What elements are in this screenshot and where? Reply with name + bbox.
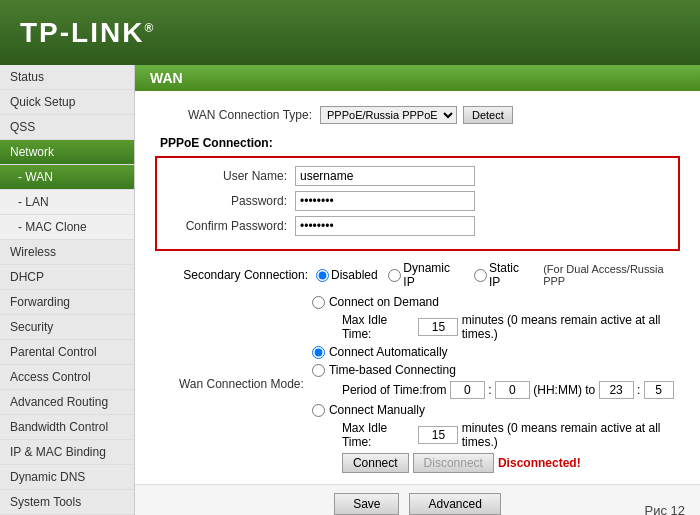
sidebar-item-parentalcontrol[interactable]: Parental Control bbox=[0, 340, 134, 365]
save-button[interactable]: Save bbox=[334, 493, 399, 515]
sidebar-item-wan[interactable]: - WAN bbox=[0, 165, 134, 190]
username-label: User Name: bbox=[165, 169, 295, 183]
max-idle-2-row: Max Idle Time: minutes (0 means remain a… bbox=[342, 421, 685, 449]
max-idle-2-note: minutes (0 means remain active at all ti… bbox=[462, 421, 685, 449]
sidebar-item-ipmacbinding[interactable]: IP & MAC Binding bbox=[0, 440, 134, 465]
sidebar-item-macclone[interactable]: - MAC Clone bbox=[0, 215, 134, 240]
wan-mode-section: Wan Connection Mode: Connect on Demand M… bbox=[150, 295, 685, 473]
sidebar-item-forwarding[interactable]: Forwarding bbox=[0, 290, 134, 315]
secondary-dynamicip-radio[interactable] bbox=[388, 269, 401, 282]
sidebar: Status Quick Setup QSS Network - WAN - L… bbox=[0, 65, 135, 515]
period-to-input[interactable] bbox=[599, 381, 634, 399]
detect-button[interactable]: Detect bbox=[463, 106, 513, 124]
confirm-password-input[interactable] bbox=[295, 216, 475, 236]
connect-automatically-label: Connect Automatically bbox=[329, 345, 448, 359]
sidebar-item-dynamicdns[interactable]: Dynamic DNS bbox=[0, 465, 134, 490]
logo: TP-LINK® bbox=[20, 17, 155, 49]
secondary-connection-row: Secondary Connection: Disabled Dynamic I… bbox=[150, 261, 685, 289]
time-based-label: Time-based Connecting bbox=[329, 363, 456, 377]
connect-manually-radio[interactable] bbox=[312, 404, 325, 417]
secondary-staticip-radio[interactable] bbox=[474, 269, 487, 282]
logo-tm: ® bbox=[144, 20, 155, 34]
connect-on-demand-label: Connect on Demand bbox=[329, 295, 439, 309]
sidebar-item-accesscontrol[interactable]: Access Control bbox=[0, 365, 134, 390]
connect-on-demand-row: Connect on Demand bbox=[312, 295, 685, 309]
max-idle-1-row: Max Idle Time: minutes (0 means remain a… bbox=[342, 313, 685, 341]
sidebar-item-status[interactable]: Status bbox=[0, 65, 134, 90]
wan-mode-label-row: Wan Connection Mode: Connect on Demand M… bbox=[150, 295, 685, 473]
max-idle-1-input[interactable] bbox=[418, 318, 458, 336]
sidebar-item-qss[interactable]: QSS bbox=[0, 115, 134, 140]
bottom-bar: Save Advanced Рис 12 bbox=[135, 484, 700, 515]
period-label: Period of Time:from bbox=[342, 383, 447, 397]
secondary-disabled-radio[interactable] bbox=[316, 269, 329, 282]
header: TP-LINK® bbox=[0, 0, 700, 65]
secondary-disabled-label: Disabled bbox=[331, 268, 378, 282]
secondary-note: (For Dual Access/Russia PPP bbox=[543, 263, 685, 287]
advanced-button[interactable]: Advanced bbox=[409, 493, 500, 515]
sidebar-item-lan[interactable]: - LAN bbox=[0, 190, 134, 215]
sidebar-item-systemtools[interactable]: System Tools bbox=[0, 490, 134, 515]
connect-manually-label: Connect Manually bbox=[329, 403, 425, 417]
confirm-password-row: Confirm Password: bbox=[165, 216, 670, 236]
period-hhmm: (HH:MM) to bbox=[533, 383, 595, 397]
period-from-input[interactable] bbox=[450, 381, 485, 399]
max-idle-2-input[interactable] bbox=[418, 426, 458, 444]
sidebar-item-quicksetup[interactable]: Quick Setup bbox=[0, 90, 134, 115]
sidebar-item-advancedrouting[interactable]: Advanced Routing bbox=[0, 390, 134, 415]
disconnect-button[interactable]: Disconnect bbox=[413, 453, 494, 473]
period-row: Period of Time:from : (HH:MM) to : bbox=[342, 381, 685, 399]
username-input[interactable] bbox=[295, 166, 475, 186]
content-area: WAN WAN Connection Type: PPPoE/Russia PP… bbox=[135, 65, 700, 515]
password-label: Password: bbox=[165, 194, 295, 208]
pppoe-credentials-box: User Name: Password: Confirm Password: bbox=[155, 156, 680, 251]
period-end-input[interactable] bbox=[644, 381, 674, 399]
time-based-radio[interactable] bbox=[312, 364, 325, 377]
secondary-staticip-label: Static IP bbox=[489, 261, 533, 289]
page-title: WAN bbox=[135, 65, 700, 91]
username-row: User Name: bbox=[165, 166, 670, 186]
wan-connection-type-row: WAN Connection Type: PPPoE/Russia PPPoE … bbox=[150, 106, 685, 124]
sidebar-item-wireless[interactable]: Wireless bbox=[0, 240, 134, 265]
wan-mode-options: Connect on Demand Max Idle Time: minutes… bbox=[312, 295, 685, 473]
confirm-password-label: Confirm Password: bbox=[165, 219, 295, 233]
connect-button[interactable]: Connect bbox=[342, 453, 409, 473]
content-body: WAN Connection Type: PPPoE/Russia PPPoE … bbox=[135, 101, 700, 484]
secondary-dynamicip-label: Dynamic IP bbox=[403, 261, 463, 289]
secondary-connection-label: Secondary Connection: bbox=[150, 268, 316, 282]
pic-label: Рис 12 bbox=[644, 503, 685, 515]
sidebar-item-dhcp[interactable]: DHCP bbox=[0, 265, 134, 290]
sidebar-item-bandwidthcontrol[interactable]: Bandwidth Control bbox=[0, 415, 134, 440]
connect-disconnect-row: Connect Disconnect Disconnected! bbox=[342, 453, 685, 473]
sidebar-item-security[interactable]: Security bbox=[0, 315, 134, 340]
wan-connection-type-label: WAN Connection Type: bbox=[150, 108, 320, 122]
wan-mode-label: Wan Connection Mode: bbox=[150, 377, 312, 391]
max-idle-1-label: Max Idle Time: bbox=[342, 313, 415, 341]
wan-connection-type-select[interactable]: PPPoE/Russia PPPoE Dynamic IP Static IP … bbox=[320, 106, 457, 124]
connect-manually-row: Connect Manually bbox=[312, 403, 685, 417]
connect-automatically-row: Connect Automatically bbox=[312, 345, 685, 359]
connect-automatically-radio[interactable] bbox=[312, 346, 325, 359]
password-row: Password: bbox=[165, 191, 670, 211]
sidebar-item-network[interactable]: Network bbox=[0, 140, 134, 165]
password-input[interactable] bbox=[295, 191, 475, 211]
period-mid-input[interactable] bbox=[495, 381, 530, 399]
time-based-row: Time-based Connecting bbox=[312, 363, 685, 377]
max-idle-1-note: minutes (0 means remain active at all ti… bbox=[462, 313, 685, 341]
max-idle-2-label: Max Idle Time: bbox=[342, 421, 415, 449]
main-layout: Status Quick Setup QSS Network - WAN - L… bbox=[0, 65, 700, 515]
logo-tp-link: TP-LINK bbox=[20, 17, 144, 48]
connect-on-demand-radio[interactable] bbox=[312, 296, 325, 309]
pppoe-title: PPPoE Connection: bbox=[150, 136, 685, 150]
disconnected-status: Disconnected! bbox=[498, 456, 581, 470]
